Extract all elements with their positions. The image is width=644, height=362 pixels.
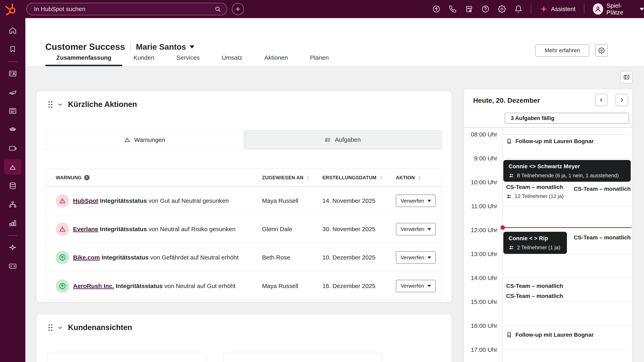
dismiss-button[interactable]: Verwerfen [396,223,436,235]
calendar-prev-button[interactable] [595,94,608,106]
calendar-event-meeting[interactable]: Connie <> Schwartz Meyer 8 Teilnehmende … [503,160,631,182]
hour-label: 12:00 Uhr [464,226,497,234]
task-icon [506,138,512,144]
calendar-event-meeting[interactable]: Connie < > Rip 2 Teilnehmer (1 ja) [503,232,567,254]
upload-icon[interactable] [432,5,440,13]
notifications-icon[interactable] [514,5,522,13]
sidebar-divider [8,61,17,62]
phone-icon[interactable] [449,5,456,13]
current-time-line [502,227,631,228]
marketplace-icon[interactable] [465,5,473,13]
column-header-erstellungsdatum[interactable]: Erstellungsdatum [322,175,390,181]
calendar-event-task[interactable]: Follow-up mit Lauren Bognar [503,330,631,340]
customer-view-tile[interactable] [223,352,382,362]
account-menu[interactable]: Spiel-Plätze [593,2,644,16]
tab-warnungen[interactable]: Warnungen [46,131,244,149]
warning-triangle-icon [124,137,130,143]
sidebar-item-contacts[interactable] [4,66,21,81]
warnings-table: Warnung i Zugewiesen an Erstellungsdatum [46,169,442,301]
tab-kunden[interactable]: Kunden [122,49,165,66]
calendar-separator [464,127,632,128]
hour-label: 13:00 Uhr [464,250,497,258]
table-body: HubSpotIntegritätsstatusvon Gut auf Neut… [46,187,442,300]
table-row: EverlaneIntegritätsstatusvon Neutral auf… [46,215,442,243]
today-calendar-panel: Heute, 20. Dezember 3 Aufgaben fällig 08… [464,89,632,362]
hubspot-logo-icon[interactable] [5,2,18,15]
health-up-trend-icon [56,251,69,264]
customer-views-card: Kundenansichten [36,314,452,362]
hour-gridline [503,278,631,278]
sidebar-item-home[interactable] [4,23,21,38]
chevron-down-icon [428,200,431,202]
calendar-event-meeting[interactable]: CS-Team – monatlich [503,281,631,291]
assistant-button[interactable]: Assistent [540,5,576,13]
drag-handle[interactable] [48,324,52,331]
sidebar-item-developer[interactable] [4,258,21,274]
page-tabs: Zusammenfassung Kunden Services Umsatz A… [45,49,340,66]
tab-planen[interactable]: Planen [299,49,340,66]
chevron-down-icon [428,228,431,230]
column-header-aktion[interactable]: Aktion [390,175,442,181]
company-link[interactable]: Bike.com [73,254,100,261]
tab-zusammenfassung[interactable]: Zusammenfassung [45,49,122,66]
calendar-event-meeting[interactable]: CS-Team – monatlich [503,291,631,301]
sidebar-item-content[interactable] [4,103,21,119]
sidebar-item-commerce[interactable] [4,122,21,137]
hour-gridline [503,206,631,206]
company-link[interactable]: AeroRush Inc. [73,283,114,289]
task-list-icon [325,137,331,143]
sort-icon [379,175,383,180]
topbar-divider [531,4,531,14]
sidebar-item-service[interactable] [4,159,21,175]
hour-gridline [503,326,631,326]
tab-aufgaben[interactable]: Aufgaben [244,131,442,149]
top-navigation-bar: Assistent Spiel-Plätze [0,0,644,18]
help-icon[interactable] [482,5,490,13]
customer-view-tile[interactable] [47,352,206,362]
calendar-event-meeting[interactable]: CS-Team – monatlich [571,232,631,243]
tasks-due-button[interactable]: 3 Aufgaben fällig [505,113,629,124]
column-header-warnung[interactable]: Warnung i [46,175,262,181]
card-title: Kürzliche Aktionen [68,100,137,109]
dismiss-button[interactable]: Verwerfen [396,251,436,264]
assignee: Maya Russell [262,283,322,289]
health-up-trend-icon [56,279,69,293]
tab-services[interactable]: Services [166,49,211,66]
sidebar-item-marketing[interactable] [4,85,21,100]
drag-handle[interactable] [48,101,52,108]
column-header-zugewiesen[interactable]: Zugewiesen an [262,175,322,181]
calendar-event-task[interactable]: Follow-up mit Lauren Bognar [503,136,631,147]
tab-aktionen[interactable]: Aktionen [253,49,299,66]
calendar-axis-line [502,127,503,362]
sidebar-item-payments[interactable] [4,141,21,156]
sidebar-item-database[interactable] [4,178,21,193]
calendar-event-meeting[interactable]: CS-Team – monatlich [571,184,631,194]
topbar-icon-group: Assistent Spiel-Plätze [432,0,644,18]
assistant-label: Assistent [551,6,576,12]
sidebar-item-ai[interactable] [4,240,21,255]
chevron-down-icon[interactable] [57,325,63,331]
sidebar-item-workflows[interactable] [4,197,21,212]
company-link[interactable]: HubSpot [73,197,98,204]
table-row: AeroRush Inc.Integritätsstatusvon Neutra… [46,272,442,300]
create-button[interactable] [232,3,244,15]
calendar-next-button[interactable] [616,94,628,106]
collapse-panel-button[interactable] [620,71,633,83]
created-date: 30. November 2025 [322,226,390,233]
settings-icon[interactable] [498,5,506,13]
dismiss-button[interactable]: Verwerfen [396,194,436,207]
sidebar-item-bookmarks[interactable] [4,42,21,57]
dismiss-button[interactable]: Verwerfen [396,280,436,292]
sidebar-item-reporting[interactable] [4,215,21,231]
workspace-settings-button[interactable] [595,44,608,57]
info-icon[interactable]: i [84,175,90,180]
search-input[interactable] [27,6,214,12]
learn-more-button[interactable]: Mehr erfahren [535,44,589,57]
company-link[interactable]: Everlane [73,226,98,232]
recent-actions-tabs: Warnungen Aufgaben [46,130,442,149]
search-icon[interactable] [214,6,221,12]
chevron-down-icon[interactable] [57,102,63,108]
calendar-event-meeting[interactable]: CS-Team – monatlich 12 Teilnehmer (12 ja… [503,183,570,206]
tab-umsatz[interactable]: Umsatz [211,49,253,66]
account-label: Spiel-Plätze [606,2,636,16]
